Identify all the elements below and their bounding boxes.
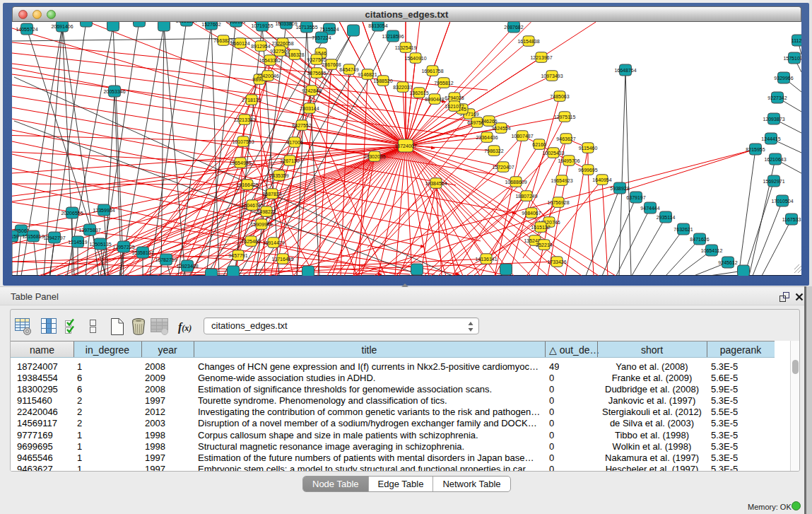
svg-text:1588520: 1588520 bbox=[373, 78, 392, 83]
svg-text:23364436: 23364436 bbox=[476, 135, 498, 140]
svg-text:16648764: 16648764 bbox=[614, 68, 636, 73]
svg-text:10807487: 10807487 bbox=[511, 134, 533, 139]
svg-text:12505135: 12505135 bbox=[89, 242, 111, 247]
svg-text:15909948: 15909948 bbox=[250, 222, 272, 227]
svg-text:8990448: 8990448 bbox=[425, 97, 444, 102]
svg-text:10358107: 10358107 bbox=[131, 250, 153, 255]
svg-text:8471626: 8471626 bbox=[690, 237, 709, 242]
svg-text:16046745: 16046745 bbox=[241, 203, 263, 208]
svg-text:2803144: 2803144 bbox=[300, 106, 319, 111]
svg-text:22420046: 22420046 bbox=[257, 74, 278, 78]
svg-text:16210643: 16210643 bbox=[764, 157, 786, 162]
svg-text:7955812: 7955812 bbox=[434, 81, 453, 86]
svg-text:7485063: 7485063 bbox=[550, 94, 569, 99]
svg-text:8454749: 8454749 bbox=[339, 67, 358, 72]
svg-text:1244415: 1244415 bbox=[761, 136, 780, 141]
svg-text:16713555: 16713555 bbox=[295, 25, 317, 30]
svg-text:7625402: 7625402 bbox=[241, 239, 260, 244]
svg-text:12093873: 12093873 bbox=[763, 117, 784, 122]
svg-text:8322037: 8322037 bbox=[393, 85, 412, 90]
svg-text:17359934: 17359934 bbox=[93, 208, 114, 213]
svg-text:62160: 62160 bbox=[532, 142, 546, 147]
svg-text:2867608: 2867608 bbox=[322, 62, 341, 67]
svg-text:6794028: 6794028 bbox=[445, 95, 464, 100]
svg-text:16543382: 16543382 bbox=[259, 58, 281, 63]
svg-text:1435359: 1435359 bbox=[269, 173, 288, 178]
svg-text:15640910: 15640910 bbox=[404, 56, 426, 61]
svg-text:3875685: 3875685 bbox=[307, 71, 326, 76]
svg-text:20206555: 20206555 bbox=[61, 211, 83, 216]
svg-text:6379197: 6379197 bbox=[626, 195, 645, 200]
svg-text:10688609: 10688609 bbox=[505, 180, 526, 185]
svg-text:8215955: 8215955 bbox=[746, 147, 765, 152]
svg-text:23226058: 23226058 bbox=[271, 41, 293, 46]
svg-text:9245612: 9245612 bbox=[718, 260, 737, 265]
svg-text:9329966: 9329966 bbox=[774, 76, 793, 81]
svg-text:12213383: 12213383 bbox=[233, 117, 255, 122]
svg-text:19654935: 19654935 bbox=[229, 160, 251, 165]
svg-text:8813054: 8813054 bbox=[368, 23, 387, 28]
svg-text:18724007: 18724007 bbox=[394, 144, 416, 148]
svg-text:39159: 39159 bbox=[12, 234, 19, 239]
svg-text:10654112: 10654112 bbox=[701, 248, 723, 253]
svg-text:9699695: 9699695 bbox=[578, 168, 597, 173]
svg-text:11124: 11124 bbox=[792, 38, 801, 43]
svg-text:16914479: 16914479 bbox=[262, 240, 284, 245]
svg-text:2718176: 2718176 bbox=[242, 98, 261, 103]
svg-text:16033809: 16033809 bbox=[275, 22, 297, 26]
svg-text:18807249: 18807249 bbox=[515, 194, 537, 199]
svg-text:13218596: 13218596 bbox=[382, 34, 404, 39]
svg-text:1640954: 1640954 bbox=[592, 177, 611, 182]
svg-text:14055724: 14055724 bbox=[16, 27, 37, 32]
svg-text:10107553: 10107553 bbox=[232, 139, 254, 144]
svg-text:5938928: 5938928 bbox=[610, 186, 629, 191]
svg-text:17957225: 17957225 bbox=[112, 245, 134, 250]
svg-text:8427552: 8427552 bbox=[292, 123, 311, 128]
svg-text:12156819: 12156819 bbox=[22, 234, 44, 239]
svg-text:16154838: 16154838 bbox=[517, 39, 539, 44]
svg-text:9474444: 9474444 bbox=[640, 206, 659, 211]
svg-text:6966161: 6966161 bbox=[226, 22, 245, 24]
svg-text:9242848: 9242848 bbox=[302, 88, 321, 93]
svg-text:13975887: 13975887 bbox=[78, 228, 100, 233]
svg-text:9227342: 9227342 bbox=[767, 95, 787, 100]
svg-text:16961758: 16961758 bbox=[421, 69, 443, 74]
svg-text:12975115: 12975115 bbox=[554, 115, 576, 119]
svg-text:10719155: 10719155 bbox=[251, 23, 273, 28]
svg-text:7632621: 7632621 bbox=[673, 227, 693, 232]
svg-text:1621072: 1621072 bbox=[445, 104, 464, 109]
svg-text:10756928: 10756928 bbox=[547, 200, 569, 205]
svg-text:2935114: 2935114 bbox=[657, 215, 676, 220]
svg-text:8660124: 8660124 bbox=[230, 41, 249, 46]
svg-text:15692971: 15692971 bbox=[763, 179, 784, 184]
svg-text:19166425: 19166425 bbox=[236, 182, 258, 187]
svg-text:9115460: 9115460 bbox=[579, 146, 598, 151]
svg-text:8186328: 8186328 bbox=[285, 52, 304, 57]
svg-text:19654923: 19654923 bbox=[551, 178, 572, 183]
svg-text:10025433: 10025433 bbox=[542, 151, 564, 156]
svg-text:3498222: 3498222 bbox=[257, 209, 276, 214]
svg-text:1214519: 1214519 bbox=[68, 240, 87, 245]
svg-text:7357224: 7357224 bbox=[312, 35, 331, 40]
svg-text:10653267: 10653267 bbox=[175, 22, 197, 23]
svg-text:8912954: 8912954 bbox=[251, 44, 270, 49]
svg-text:1527602: 1527602 bbox=[201, 22, 220, 27]
svg-text:11325419: 11325419 bbox=[395, 45, 417, 50]
svg-text:1167533: 1167533 bbox=[782, 217, 801, 222]
svg-text:7986322: 7986322 bbox=[484, 148, 503, 153]
svg-text:19495706: 19495706 bbox=[558, 158, 579, 163]
svg-text:15751074: 15751074 bbox=[783, 56, 801, 61]
svg-text:7515524: 7515524 bbox=[319, 27, 339, 32]
svg-text:9463627: 9463627 bbox=[556, 136, 575, 141]
svg-text:9457791: 9457791 bbox=[228, 253, 247, 258]
svg-text:17010504: 17010504 bbox=[771, 199, 793, 204]
svg-text:12213967: 12213967 bbox=[530, 55, 552, 60]
svg-text:252214: 252214 bbox=[536, 243, 552, 247]
svg-text:10973493: 10973493 bbox=[541, 74, 563, 78]
svg-text:12923448: 12923448 bbox=[176, 264, 198, 269]
svg-text:417006: 417006 bbox=[286, 140, 302, 145]
svg-text:15720407: 15720407 bbox=[492, 165, 514, 170]
svg-text:1362615: 1362615 bbox=[409, 90, 428, 95]
svg-text:1733426: 1733426 bbox=[547, 259, 566, 264]
svg-text:2087682: 2087682 bbox=[504, 25, 523, 30]
